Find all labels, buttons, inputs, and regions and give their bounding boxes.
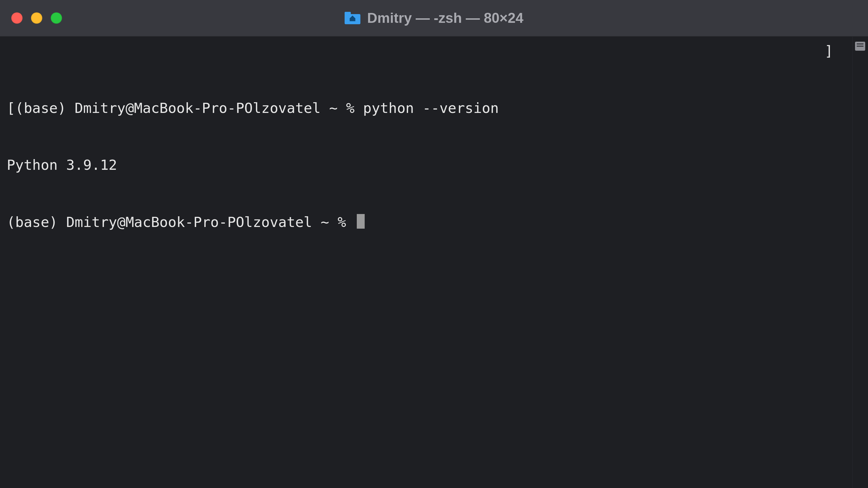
- row-end-bracket: ]: [825, 42, 833, 61]
- close-button[interactable]: [11, 12, 23, 24]
- traffic-lights: [11, 12, 62, 24]
- alt-screen-icon[interactable]: [855, 42, 865, 51]
- home-folder-icon: [345, 12, 361, 24]
- window-title: Dmitry — -zsh — 80×24: [367, 10, 523, 26]
- minimize-button[interactable]: [31, 12, 42, 24]
- terminal-window: Dmitry — -zsh — 80×24 ] [(base) Dmitry@M…: [0, 0, 868, 488]
- prompt: (base) Dmitry@MacBook-Pro-POlzovatel ~ %: [7, 214, 354, 230]
- terminal-line: [(base) Dmitry@MacBook-Pro-POlzovatel ~ …: [7, 99, 845, 118]
- terminal-output: Python 3.9.12: [7, 156, 845, 175]
- terminal-content[interactable]: ] [(base) Dmitry@MacBook-Pro-POlzovatel …: [0, 37, 852, 488]
- window-title-group: Dmitry — -zsh — 80×24: [345, 10, 523, 26]
- cursor: [357, 214, 365, 229]
- scrollbar[interactable]: [852, 37, 868, 488]
- command-text: python --version: [363, 100, 499, 116]
- terminal-area: ] [(base) Dmitry@MacBook-Pro-POlzovatel …: [0, 37, 868, 488]
- maximize-button[interactable]: [51, 12, 62, 24]
- prompt: [(base) Dmitry@MacBook-Pro-POlzovatel ~ …: [7, 100, 363, 116]
- terminal-line: (base) Dmitry@MacBook-Pro-POlzovatel ~ %: [7, 213, 845, 232]
- titlebar[interactable]: Dmitry — -zsh — 80×24: [0, 0, 868, 37]
